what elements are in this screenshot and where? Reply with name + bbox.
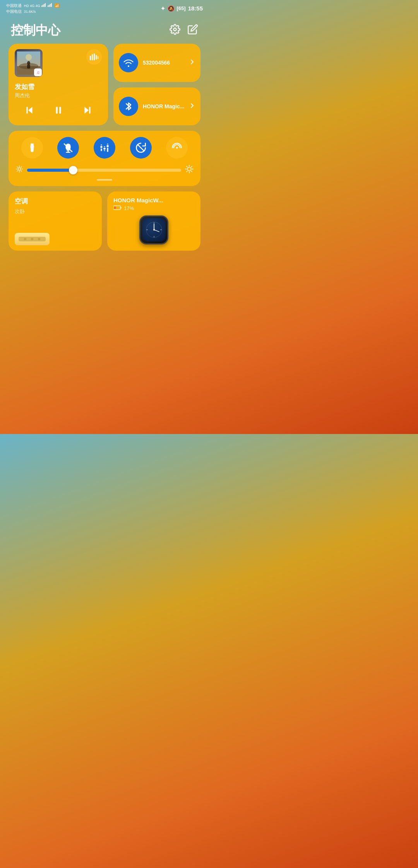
mute-toggle[interactable] <box>57 137 79 159</box>
svg-line-46 <box>187 166 187 167</box>
svg-line-47 <box>191 171 192 172</box>
album-art: ♫ <box>15 49 43 77</box>
song-title: 发如雪 <box>15 82 102 91</box>
svg-line-39 <box>17 171 18 171</box>
silent-status-icon: 🔕 <box>168 5 174 12</box>
svg-rect-11 <box>98 56 98 59</box>
watch-face <box>139 215 168 244</box>
svg-point-31 <box>176 147 178 149</box>
artist-name: 周杰伦 <box>15 92 102 99</box>
top-row: ♫ 发如雪 周杰伦 <box>9 44 200 125</box>
content-area: ♫ 发如雪 周杰伦 <box>0 44 209 251</box>
svg-rect-17 <box>89 107 90 113</box>
ac-title: 空调 <box>15 197 96 206</box>
svg-rect-8 <box>92 54 93 60</box>
svg-rect-10 <box>96 55 97 60</box>
svg-rect-13 <box>26 107 27 113</box>
svg-marker-12 <box>28 107 32 113</box>
status-right: ✦ 🔕 [65] 18:55 <box>161 5 203 12</box>
svg-point-25 <box>100 146 102 148</box>
watch-image <box>139 214 170 245</box>
wifi-ssid: 532004566 <box>143 59 185 66</box>
prev-button[interactable] <box>21 104 38 119</box>
svg-point-29 <box>106 145 108 147</box>
equalizer-toggle[interactable] <box>94 137 115 159</box>
watch-title: HONOR MagicW... <box>113 197 194 203</box>
svg-marker-16 <box>84 107 89 113</box>
ac-card[interactable]: 空调 次卧 <box>9 191 102 251</box>
svg-point-41 <box>187 167 191 171</box>
edit-icon[interactable] <box>187 24 198 37</box>
wifi-card[interactable]: 532004566 <box>113 44 200 82</box>
svg-line-37 <box>17 167 18 167</box>
bottom-row: 空调 次卧 HONOR MagicW... <box>9 191 200 251</box>
bluetooth-info: HONOR Magic... <box>143 103 185 110</box>
carrier-info: 中国联通 HD 4G 4G 📶 中国电信 31.6K/s <box>6 2 59 14</box>
brightness-high-icon <box>185 165 194 175</box>
brightness-fill <box>27 169 73 172</box>
battery-icon <box>113 205 122 211</box>
toggles-card <box>9 131 200 186</box>
svg-point-27 <box>103 147 105 149</box>
watch-card[interactable]: HONOR MagicW... 17% <box>107 191 200 251</box>
brightness-low-icon <box>15 165 23 175</box>
bluetooth-status-icon: ✦ <box>161 5 165 12</box>
svg-point-0 <box>174 28 176 31</box>
rotate-toggle[interactable] <box>130 137 152 159</box>
wifi-chevron[interactable] <box>190 59 195 66</box>
music-app-badge: ♫ <box>34 68 42 76</box>
svg-rect-7 <box>90 56 91 60</box>
header: 控制中心 <box>0 15 209 44</box>
wifi-icon-circle <box>119 53 138 72</box>
svg-rect-51 <box>114 207 116 209</box>
svg-rect-9 <box>94 53 95 60</box>
svg-point-5 <box>27 61 30 65</box>
ac-image <box>15 233 50 245</box>
svg-point-2 <box>26 54 32 60</box>
svg-rect-52 <box>120 207 122 208</box>
svg-line-49 <box>191 166 192 167</box>
svg-rect-6 <box>27 65 30 68</box>
bluetooth-device-name: HONOR Magic... <box>143 103 185 110</box>
watch-face-inner <box>142 218 166 241</box>
bluetooth-card[interactable]: HONOR Magic... <box>113 87 200 126</box>
svg-point-32 <box>18 168 21 171</box>
pause-button[interactable] <box>50 104 67 119</box>
brightness-row <box>14 165 195 175</box>
svg-line-38 <box>21 171 22 171</box>
wifi-info: 532004566 <box>143 59 185 66</box>
svg-line-40 <box>21 167 22 167</box>
music-card[interactable]: ♫ 发如雪 周杰伦 <box>9 44 108 125</box>
time-display: 18:55 <box>188 5 203 12</box>
page-title: 控制中心 <box>11 22 60 39</box>
bluetooth-chevron[interactable] <box>190 103 195 110</box>
settings-icon[interactable] <box>170 24 180 37</box>
brightness-thumb[interactable] <box>69 166 77 174</box>
flashlight-toggle[interactable] <box>21 137 43 159</box>
carrier1: 中国联通 HD 4G 4G 📶 <box>6 2 59 9</box>
music-top: ♫ <box>15 49 102 77</box>
ac-subtitle: 次卧 <box>15 208 96 215</box>
carrier2: 中国电信 31.6K/s <box>6 9 59 14</box>
svg-rect-14 <box>56 107 57 113</box>
battery-indicator: [65] <box>176 5 185 11</box>
next-button[interactable] <box>79 104 96 119</box>
toggles-row <box>14 137 195 159</box>
svg-line-48 <box>187 171 187 172</box>
brightness-slider[interactable] <box>27 169 181 172</box>
status-bar: 中国联通 HD 4G 4G 📶 中国电信 31.6K/s ✦ 🔕 [65] 18… <box>0 0 209 15</box>
now-playing-icon <box>86 49 102 65</box>
music-controls <box>15 104 102 119</box>
watch-battery: 17% <box>113 205 194 211</box>
header-icons <box>170 24 198 37</box>
bluetooth-icon-circle <box>119 97 138 116</box>
drag-indicator <box>97 179 112 181</box>
nfc-toggle[interactable] <box>166 137 188 159</box>
svg-rect-15 <box>59 107 61 113</box>
music-info: 发如雪 周杰伦 <box>15 82 102 99</box>
network-cards: 532004566 HONOR Magic... <box>113 44 200 125</box>
watch-battery-pct: 17% <box>124 205 134 211</box>
svg-point-56 <box>153 229 155 231</box>
